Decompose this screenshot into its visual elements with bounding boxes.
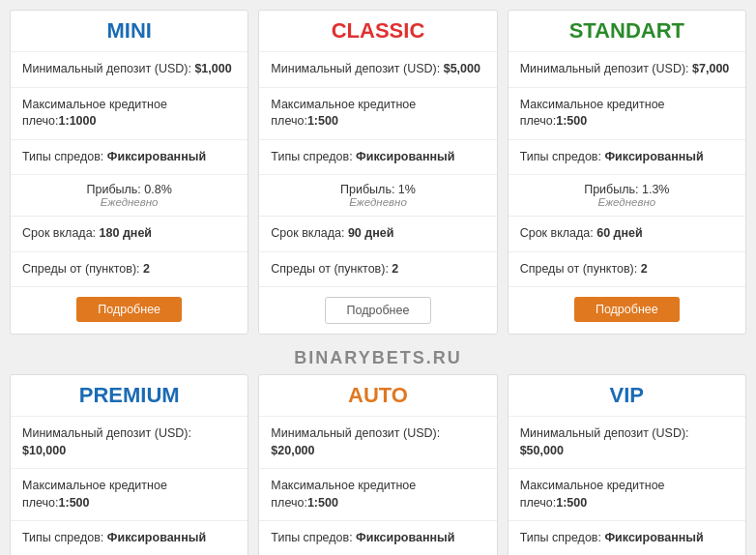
standart-deposit: Минимальный депозит (USD): $7,000: [509, 52, 745, 88]
card-premium: PREMIUM Минимальный депозит (USD): $10,0…: [10, 374, 248, 555]
card-auto-title: AUTO: [259, 375, 496, 417]
mini-details-button[interactable]: Подробнее: [76, 297, 182, 322]
classic-details-button[interactable]: Подробнее: [325, 297, 432, 324]
card-premium-title: PREMIUM: [11, 375, 247, 417]
mini-spread-type: Типы спредов: Фиксированный: [11, 140, 247, 176]
classic-footer: Подробнее: [259, 287, 496, 334]
standart-footer: Подробнее: [509, 287, 745, 332]
top-row: MINI Минимальный депозит (USD): $1,000 М…: [10, 10, 746, 335]
classic-profit: Прибыль: 1% Ежедневно: [259, 175, 496, 217]
card-standart: STANDART Минимальный депозит (USD): $7,0…: [508, 10, 746, 335]
classic-deposit: Минимальный депозит (USD): $5,000: [259, 52, 496, 88]
vip-leverage: Максимальное кредитное плечо:1:500: [509, 469, 745, 521]
classic-period: Срок вклада: 90 дней: [259, 217, 496, 252]
standart-period: Срок вклада: 60 дней: [509, 217, 745, 252]
classic-profit-label: Прибыль: 1%: [271, 183, 484, 196]
card-mini: MINI Минимальный депозит (USD): $1,000 М…: [10, 10, 248, 335]
premium-deposit: Минимальный депозит (USD): $10,000: [11, 417, 247, 469]
card-vip-title: VIP: [509, 375, 745, 417]
card-classic: CLASSIC Минимальный депозит (USD): $5,00…: [258, 10, 497, 335]
mini-spreads: Спреды от (пунктов): 2: [11, 252, 247, 288]
standart-spread-type: Типы спредов: Фиксированный: [509, 140, 745, 176]
premium-spread-type: Типы спредов: Фиксированный: [11, 521, 247, 555]
card-auto: AUTO Минимальный депозит (USD): $20,000 …: [258, 374, 497, 555]
standart-details-button[interactable]: Подробнее: [574, 297, 680, 322]
standart-spreads: Спреды от (пунктов): 2: [509, 252, 745, 288]
classic-spreads: Спреды от (пунктов): 2: [259, 252, 496, 288]
card-mini-title: MINI: [11, 11, 247, 52]
card-vip: VIP Минимальный депозит (USD): $50,000 М…: [508, 374, 746, 555]
standart-profit: Прибыль: 1.3% Ежедневно: [509, 175, 745, 217]
mini-period: Срок вклада: 180 дней: [11, 217, 247, 252]
bottom-row: PREMIUM Минимальный депозит (USD): $10,0…: [10, 374, 746, 555]
mini-deposit: Минимальный депозит (USD): $1,000: [11, 52, 247, 88]
vip-deposit: Минимальный депозит (USD): $50,000: [509, 417, 745, 469]
mini-profit-daily: Ежедневно: [22, 196, 236, 208]
mini-profit: Прибыль: 0.8% Ежедневно: [11, 175, 247, 217]
standart-leverage: Максимальное кредитное плечо:1:500: [509, 88, 745, 140]
classic-spread-type: Типы спредов: Фиксированный: [259, 140, 496, 176]
standart-profit-daily: Ежедневно: [520, 196, 734, 208]
auto-leverage: Максимальное кредитное плечо:1:500: [259, 469, 496, 521]
auto-spread-type: Типы спредов: Фиксированный: [259, 521, 496, 555]
main-container: MINI Минимальный депозит (USD): $1,000 М…: [0, 0, 756, 555]
card-standart-title: STANDART: [509, 11, 745, 52]
auto-deposit: Минимальный депозит (USD): $20,000: [259, 417, 496, 469]
watermark: BINARYBETS.RU: [10, 342, 746, 374]
mini-leverage: Максимальное кредитное плечо:1:1000: [11, 88, 247, 140]
standart-profit-label: Прибыль: 1.3%: [520, 183, 734, 196]
classic-profit-daily: Ежедневно: [271, 196, 484, 208]
mini-footer: Подробнее: [11, 287, 247, 332]
vip-spread-type: Типы спредов: Фиксированный: [509, 521, 745, 555]
classic-leverage: Максимальное кредитное плечо:1:500: [259, 88, 496, 140]
premium-leverage: Максимальное кредитное плечо:1:500: [11, 469, 247, 521]
card-classic-title: CLASSIC: [259, 11, 496, 52]
mini-profit-label: Прибыль: 0.8%: [22, 183, 236, 196]
